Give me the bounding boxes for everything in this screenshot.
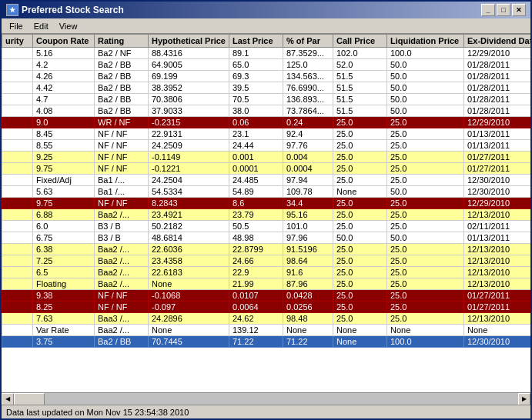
col-rating[interactable]: Rating <box>95 35 149 48</box>
table-cell: 50.0 <box>386 82 463 94</box>
table-row[interactable]: 8.45NF / NF22.913123.192.425.025.001/13/… <box>2 128 531 140</box>
table-cell: 88.4316 <box>149 48 229 59</box>
table-cell: Var Rate <box>33 325 95 336</box>
table-cell <box>2 94 33 105</box>
table-row[interactable]: 4.7Ba2 / BB70.380670.5136.893...51.550.0… <box>2 94 531 105</box>
table-row[interactable]: 6.38Baa2 /...22.603622.879991.519625.025… <box>2 244 531 255</box>
table-cell: 25.0 <box>386 117 463 128</box>
table-cell: 12/29/2010 <box>463 117 530 128</box>
table-row[interactable]: 4.2Ba2 / BB64.900565.0125.052.050.001/28… <box>2 59 531 71</box>
menu-bar: File Edit View <box>2 18 530 34</box>
table-cell: 101.0 <box>283 221 333 232</box>
scroll-thumb[interactable] <box>14 393 45 405</box>
table-cell: Ba2 / BB <box>95 94 149 105</box>
table-row[interactable]: 6.88Baa2 /...23.492123.7995.1625.025.012… <box>2 209 531 221</box>
table-cell: 0.0107 <box>229 290 283 302</box>
table-row[interactable]: 6.5Baa2 /...22.618322.991.625.025.012/13… <box>2 267 531 278</box>
col-last-price[interactable]: Last Price <box>229 35 283 48</box>
table-cell <box>2 82 33 94</box>
table-cell: 70.3806 <box>149 94 229 105</box>
table-cell: NF / NF <box>95 198 149 209</box>
table-cell: B3 / B <box>95 221 149 232</box>
table-cell: 01/13/2011 <box>463 128 530 140</box>
table-cell: 25.0 <box>333 290 386 302</box>
table-cell: 22.8799 <box>229 244 283 255</box>
table-row[interactable]: 6.0B3 / B50.218250.5101.025.025.002/11/2… <box>2 221 531 232</box>
table-cell: 12/13/2010 <box>463 209 530 221</box>
table-cell: 23.1 <box>229 128 283 140</box>
table-cell: 25.0 <box>386 255 463 267</box>
table-cell: 48.6814 <box>149 232 229 244</box>
table-row[interactable]: 8.55NF / NF24.250924.4497.7625.025.001/1… <box>2 140 531 152</box>
table-row[interactable]: 7.25Baa2 /...23.435824.6698.6425.025.012… <box>2 255 531 267</box>
table-row[interactable]: 3.75Ba2 / BB70.744571.2271.22None100.012… <box>2 336 531 348</box>
table-row[interactable]: 6.75B3 / B48.681448.9897.9650.050.001/13… <box>2 232 531 244</box>
table-cell: 24.2504 <box>149 175 229 186</box>
table-cell <box>2 152 33 163</box>
table-cell: -0.1068 <box>149 290 229 302</box>
col-liq-price[interactable]: Liquidation Price <box>386 35 463 48</box>
table-row[interactable]: 9.0WR / NF-0.23150.060.2425.025.012/29/2… <box>2 117 531 128</box>
table-cell: 25.0 <box>333 117 386 128</box>
table-cell: 22.6036 <box>149 244 229 255</box>
col-pct-par[interactable]: % of Par <box>283 35 333 48</box>
table-cell: Ba2 / BB <box>95 71 149 82</box>
table-row[interactable]: 9.38NF / NF-0.10680.01070.042825.025.001… <box>2 290 531 302</box>
table-row[interactable]: 9.25NF / NF-0.11490.0010.00425.025.001/2… <box>2 152 531 163</box>
col-hyp-price[interactable]: Hypothetical Price <box>149 35 229 48</box>
menu-file[interactable]: File <box>5 21 28 32</box>
scroll-left-btn[interactable]: ◀ <box>2 393 14 405</box>
table-cell: 0.06 <box>229 117 283 128</box>
app-icon: ★ <box>6 4 18 16</box>
table-cell: 89.1 <box>229 48 283 59</box>
table-cell: 52.0 <box>333 59 386 71</box>
col-coupon-rate[interactable]: Coupon Rate <box>33 35 95 48</box>
title-bar-left: ★ Preferred Stock Search <box>6 4 124 16</box>
table-cell: 25.0 <box>333 140 386 152</box>
table-cell: 51.5 <box>333 105 386 117</box>
table-cell: Baa2 /... <box>95 209 149 221</box>
table-cell: 50.0 <box>386 232 463 244</box>
horizontal-scrollbar[interactable]: ◀ ▶ <box>2 392 530 405</box>
table-cell <box>2 48 33 59</box>
table-cell: 34.4 <box>283 198 333 209</box>
table-row[interactable]: 4.08Ba2 / BB37.903338.073.7864...51.550.… <box>2 105 531 117</box>
table-cell: 12/13/2010 <box>463 278 530 290</box>
table-cell: 73.7864... <box>283 105 333 117</box>
table-cell: 51.5 <box>333 71 386 82</box>
col-urity[interactable]: urity <box>2 35 33 48</box>
table-row[interactable]: Fixed/AdjBa1 /...24.250424.48597.9425.02… <box>2 175 531 186</box>
status-text: Data last updated on Mon Nov 15 23:54:38… <box>6 408 189 417</box>
table-row[interactable]: 9.75NF / NF8.28438.634.425.025.012/29/20… <box>2 198 531 209</box>
table-row[interactable]: 4.42Ba2 / BB38.395239.576.6990...51.550.… <box>2 82 531 94</box>
table-row[interactable]: 7.63Baa3 /...24.289624.6298.4825.025.012… <box>2 313 531 325</box>
title-bar: ★ Preferred Stock Search _ □ ✕ <box>2 2 530 18</box>
col-call-price[interactable]: Call Price <box>333 35 386 48</box>
table-cell: 0.0001 <box>229 163 283 175</box>
close-button[interactable]: ✕ <box>512 4 526 16</box>
menu-view[interactable]: View <box>55 21 82 32</box>
table-cell: 64.9005 <box>149 59 229 71</box>
table-row[interactable]: 5.63Ba1 /...54.533454.89109.78None50.012… <box>2 186 531 198</box>
table-row[interactable]: 8.25NF / NF-0.0970.00640.025625.025.001/… <box>2 302 531 313</box>
table-row[interactable]: Var RateBaa2 /...None139.12NoneNoneNoneN… <box>2 325 531 336</box>
maximize-button[interactable]: □ <box>497 4 510 16</box>
table-cell: 25.0 <box>386 278 463 290</box>
table-wrapper[interactable]: urity Coupon Rate Rating Hypothetical Pr… <box>2 34 530 392</box>
minimize-button[interactable]: _ <box>481 4 495 16</box>
table-row[interactable]: 4.26Ba2 / BB69.19969.3134.563...51.550.0… <box>2 71 531 82</box>
table-row[interactable]: FloatingBaa2 /...None21.9987.9625.025.01… <box>2 278 531 290</box>
table-body: 5.16Ba2 / NF88.431689.187.3529...102.010… <box>2 48 531 348</box>
table-cell: 24.2509 <box>149 140 229 152</box>
scroll-track[interactable] <box>14 393 518 405</box>
table-row[interactable]: 9.75NF / NF-0.12210.00010.000425.025.001… <box>2 163 531 175</box>
table-cell: 22.9131 <box>149 128 229 140</box>
scroll-right-btn[interactable]: ▶ <box>518 393 530 405</box>
table-cell: 25.0 <box>333 128 386 140</box>
table-cell: -0.2315 <box>149 117 229 128</box>
table-cell: Baa3 /... <box>95 313 149 325</box>
table-cell: 21.99 <box>229 278 283 290</box>
table-row[interactable]: 5.16Ba2 / NF88.431689.187.3529...102.010… <box>2 48 531 59</box>
col-ex-div[interactable]: Ex-Dividend Date <box>463 35 530 48</box>
menu-edit[interactable]: Edit <box>29 21 53 32</box>
